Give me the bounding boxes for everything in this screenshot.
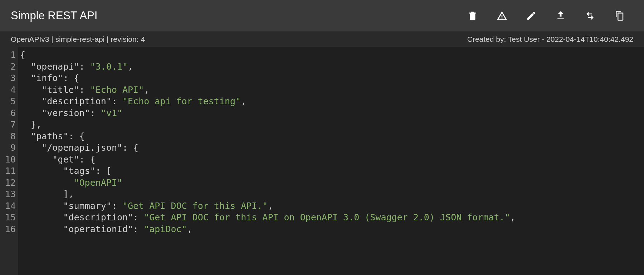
upload-icon[interactable] bbox=[555, 10, 566, 21]
code-line[interactable]: "paths": { bbox=[20, 131, 644, 142]
line-number: 9 bbox=[0, 142, 16, 154]
line-number: 11 bbox=[0, 165, 16, 177]
line-number: 14 bbox=[0, 200, 16, 212]
line-number: 8 bbox=[0, 131, 16, 142]
titlebar: Simple REST API bbox=[0, 0, 644, 31]
line-gutter: 12345678910111213141516 bbox=[0, 47, 18, 275]
line-number: 13 bbox=[0, 189, 16, 200]
code-content[interactable]: { "openapi": "3.0.1", "info": { "title":… bbox=[18, 47, 644, 275]
line-number: 5 bbox=[0, 96, 16, 108]
line-number: 12 bbox=[0, 177, 16, 189]
code-line[interactable]: "version": "v1" bbox=[20, 108, 644, 119]
code-line[interactable]: "description": "Echo api for testing", bbox=[20, 96, 644, 108]
line-number: 7 bbox=[0, 119, 16, 131]
delete-icon[interactable] bbox=[467, 10, 478, 21]
code-line[interactable]: ], bbox=[20, 189, 644, 200]
line-number: 4 bbox=[0, 84, 16, 96]
code-line[interactable]: { bbox=[20, 49, 644, 61]
code-line[interactable]: "info": { bbox=[20, 72, 644, 84]
code-editor[interactable]: 12345678910111213141516 { "openapi": "3.… bbox=[0, 47, 644, 275]
edit-icon[interactable] bbox=[526, 10, 537, 21]
code-line[interactable]: "operationId": "apiDoc", bbox=[20, 224, 644, 235]
code-line[interactable]: "description": "Get API DOC for this API… bbox=[20, 212, 644, 224]
page-title: Simple REST API bbox=[11, 9, 97, 22]
line-number: 2 bbox=[0, 61, 16, 73]
code-line[interactable]: "/openapi.json": { bbox=[20, 142, 644, 154]
code-line[interactable]: "get": { bbox=[20, 154, 644, 166]
meta-right: Created by: Test User - 2022-04-14T10:40… bbox=[467, 35, 633, 44]
copy-icon[interactable] bbox=[614, 10, 625, 21]
code-line[interactable]: "title": "Echo API", bbox=[20, 84, 644, 96]
code-line[interactable]: }, bbox=[20, 119, 644, 131]
line-number: 3 bbox=[0, 72, 16, 84]
meta-bar: OpenAPIv3 | simple-rest-api | revision: … bbox=[0, 31, 644, 47]
code-line[interactable]: "OpenAPI" bbox=[20, 177, 644, 189]
code-line[interactable]: "summary": "Get API DOC for this API.", bbox=[20, 200, 644, 212]
line-number: 10 bbox=[0, 154, 16, 166]
meta-left: OpenAPIv3 | simple-rest-api | revision: … bbox=[11, 35, 145, 44]
code-line[interactable]: "tags": [ bbox=[20, 165, 644, 177]
toolbar bbox=[467, 10, 633, 21]
line-number: 16 bbox=[0, 224, 16, 235]
code-line[interactable]: "openapi": "3.0.1", bbox=[20, 61, 644, 73]
line-number: 15 bbox=[0, 212, 16, 224]
compare-icon[interactable] bbox=[585, 10, 595, 21]
line-number: 1 bbox=[0, 49, 16, 61]
line-number: 6 bbox=[0, 108, 16, 119]
warning-icon[interactable] bbox=[497, 10, 507, 21]
